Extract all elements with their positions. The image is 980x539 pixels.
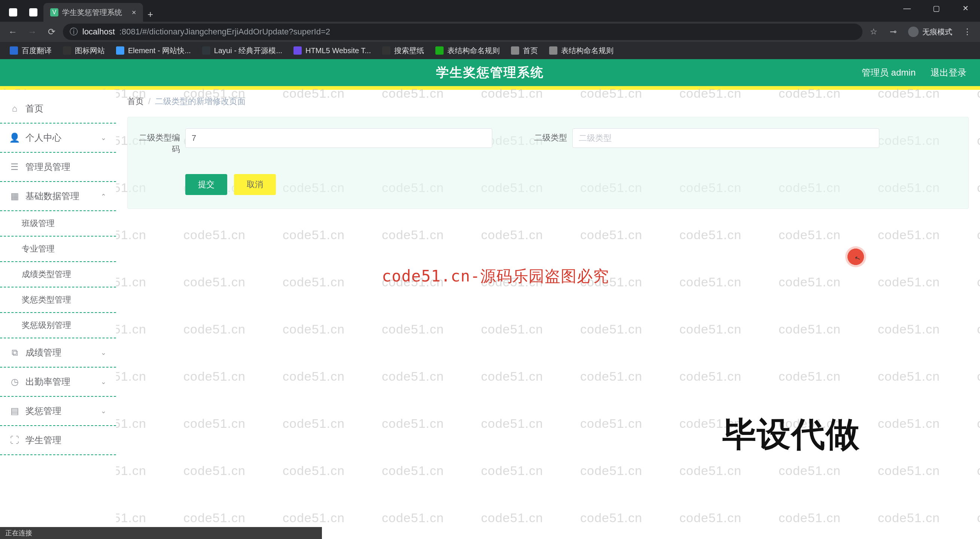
- close-tab-icon[interactable]: ×: [132, 8, 136, 17]
- home-icon: ⌂: [10, 104, 19, 113]
- cancel-button[interactable]: 取消: [234, 174, 276, 195]
- chevron-down-icon: ⌄: [101, 407, 106, 415]
- sidebar-item-label: 学生管理: [25, 434, 61, 446]
- bookmark-star-icon[interactable]: ☆: [865, 24, 882, 40]
- sidebar-subitem-label: 专业管理: [22, 243, 55, 254]
- sidebar-item-4[interactable]: ⧉成绩管理⌄: [0, 339, 116, 367]
- chevron-down-icon: ⌄: [101, 348, 106, 357]
- expand-icon: ⛶: [10, 435, 19, 445]
- bookmark-item-3[interactable]: Layui - 经典开源模...: [198, 44, 287, 57]
- sidebar-subitem-3-1[interactable]: 专业管理: [0, 237, 116, 262]
- app-title: 学生奖惩管理系统: [436, 64, 544, 81]
- breadcrumb: 首页 / 二级类型的新增修改页面: [116, 90, 980, 113]
- sidebar-item-label: 奖惩管理: [25, 405, 61, 417]
- sidebar-item-label: 成绩管理: [25, 347, 61, 359]
- breadcrumb-current: 二级类型的新增修改页面: [155, 96, 245, 107]
- submit-button[interactable]: 提交: [185, 174, 227, 195]
- url-path: :8081/#/dictionaryJiangchengErjiAddOrUpd…: [119, 27, 330, 37]
- app-header: 学生奖惩管理系统 管理员 admin 退出登录: [0, 59, 980, 86]
- window-minimize[interactable]: —: [892, 0, 922, 16]
- bookmark-favicon-icon: [549, 46, 557, 55]
- watermark-red-text: code51.cn-源码乐园盗图必究: [382, 266, 609, 287]
- new-tab-button[interactable]: +: [143, 7, 158, 22]
- bookmark-item-5[interactable]: 搜索壁纸: [378, 44, 429, 57]
- bookmark-item-4[interactable]: HTML5 Website T...: [289, 45, 375, 57]
- sidebar-item-5[interactable]: ◷出勤率管理⌄: [0, 367, 116, 397]
- bookmark-item-1[interactable]: 图标网站: [58, 44, 109, 57]
- incognito-icon: [908, 27, 919, 37]
- bookmark-favicon-icon: [293, 46, 302, 55]
- window-maximize[interactable]: ▢: [922, 0, 951, 16]
- bookmark-label: 图标网站: [75, 46, 105, 56]
- bookmark-label: 搜索壁纸: [394, 46, 424, 56]
- tab-title: 学生奖惩管理系统: [62, 8, 122, 17]
- grid-icon: ▦: [10, 191, 19, 201]
- bookmark-label: 首页: [523, 46, 538, 56]
- sidebar: ⌂首页👤个人中心⌄☰管理员管理▦基础数据管理⌄班级管理专业管理成绩类型管理奖惩类…: [0, 90, 116, 539]
- sidebar-subitem-label: 班级管理: [22, 218, 55, 229]
- form-card: 二级类型编码 二级类型 提交 取消: [127, 117, 969, 209]
- nav-back-icon[interactable]: ←: [5, 24, 21, 40]
- field2-input[interactable]: [572, 129, 879, 148]
- bookmark-label: 百度翻译: [22, 46, 52, 56]
- bookmark-label: 表结构命名规则: [561, 46, 614, 56]
- sidebar-subitem-3-4[interactable]: 奖惩级别管理: [0, 313, 116, 339]
- url-host: localhost: [82, 27, 115, 37]
- sidebar-subitem-3-0[interactable]: 班级管理: [0, 211, 116, 237]
- sidebar-item-6[interactable]: ▤奖惩管理⌄: [0, 397, 116, 426]
- incognito-label: 无痕模式: [922, 27, 952, 37]
- bookmark-item-6[interactable]: 表结构命名规则: [431, 44, 504, 57]
- breadcrumb-sep: /: [148, 97, 151, 106]
- chevron-down-icon: ⌄: [101, 378, 106, 386]
- favicon-icon: [29, 8, 37, 16]
- sidebar-item-label: 基础数据管理: [25, 190, 80, 202]
- sidebar-item-2[interactable]: ☰管理员管理: [0, 153, 116, 182]
- bookmark-favicon-icon: [435, 46, 444, 55]
- active-tab[interactable]: V 学生奖惩管理系统 ×: [43, 3, 143, 22]
- nav-forward-icon[interactable]: →: [24, 24, 40, 40]
- site-info-icon[interactable]: ⓘ: [70, 26, 78, 37]
- logout-link[interactable]: 退出登录: [931, 67, 967, 79]
- sidebar-item-3[interactable]: ▦基础数据管理⌄: [0, 182, 116, 211]
- sidebar-item-1[interactable]: 👤个人中心⌄: [0, 124, 116, 153]
- bookmark-label: 表结构命名规则: [447, 46, 500, 56]
- browser-tab-bar: — ▢ ✕ V 学生奖惩管理系统 × +: [0, 0, 980, 22]
- sidebar-subitem-label: 成绩类型管理: [22, 269, 71, 280]
- key-icon[interactable]: ⊸: [885, 24, 901, 40]
- sidebar-item-label: 管理员管理: [25, 161, 70, 173]
- cursor-highlight-icon: [845, 246, 866, 267]
- breadcrumb-home[interactable]: 首页: [127, 96, 144, 107]
- current-user-label[interactable]: 管理员 admin: [862, 67, 916, 79]
- bookmark-favicon-icon: [382, 46, 390, 55]
- browser-menu-icon[interactable]: ⋮: [959, 24, 975, 40]
- url-input[interactable]: ⓘ localhost:8081/#/dictionaryJiangchengE…: [63, 24, 862, 40]
- bookmark-item-8[interactable]: 表结构命名规则: [545, 44, 618, 57]
- browser-status-text: 正在连接: [0, 527, 322, 539]
- profile-incognito[interactable]: 无痕模式: [904, 27, 956, 37]
- people-icon: ☰: [10, 162, 19, 172]
- nav-reload-icon[interactable]: ⟳: [43, 24, 60, 40]
- bookmark-label: Layui - 经典开源模...: [214, 46, 282, 56]
- user-icon: 👤: [10, 133, 19, 143]
- sidebar-subitem-label: 奖惩类型管理: [22, 294, 71, 305]
- bookmark-favicon-icon: [202, 46, 210, 55]
- sidebar-subitem-3-2[interactable]: 成绩类型管理: [0, 262, 116, 288]
- bookmark-favicon-icon: [10, 46, 18, 55]
- field1-input[interactable]: [185, 129, 492, 148]
- pinned-tab-0[interactable]: [3, 3, 23, 22]
- promo-text: 毕设代做: [722, 412, 860, 457]
- window-close[interactable]: ✕: [951, 0, 980, 16]
- bookmark-item-7[interactable]: 首页: [506, 44, 542, 57]
- sidebar-item-0[interactable]: ⌂首页: [0, 94, 116, 124]
- bookmark-favicon-icon: [116, 46, 124, 55]
- clock-icon: ◷: [10, 377, 19, 387]
- sidebar-item-7[interactable]: ⛶学生管理: [0, 426, 116, 455]
- bookmark-item-2[interactable]: Element - 网站快...: [111, 44, 196, 57]
- sidebar-subitem-3-3[interactable]: 奖惩类型管理: [0, 288, 116, 313]
- bookmarks-bar: 百度翻译图标网站Element - 网站快...Layui - 经典开源模...…: [0, 42, 980, 59]
- bookmark-favicon-icon: [63, 46, 71, 55]
- bookmark-favicon-icon: [511, 46, 519, 55]
- pinned-tab-1[interactable]: [23, 3, 43, 22]
- chevron-down-icon: ⌄: [101, 134, 106, 142]
- bookmark-item-0[interactable]: 百度翻译: [5, 44, 56, 57]
